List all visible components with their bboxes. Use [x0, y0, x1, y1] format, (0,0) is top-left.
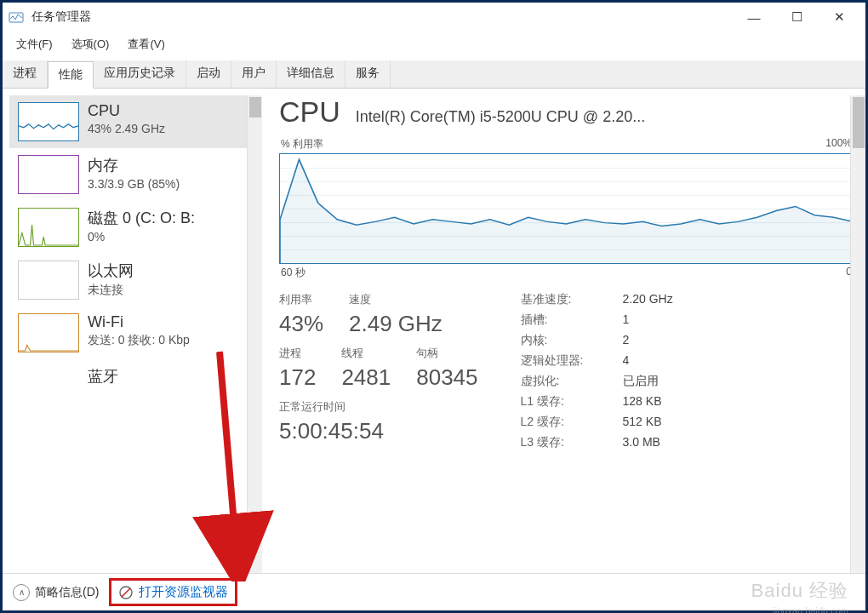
spec-l2-value: 512 KB — [623, 415, 673, 430]
sidebar-item-label: Wi-Fi — [88, 313, 190, 331]
detail-title: CPU — [279, 95, 340, 129]
sidebar-scrollbar[interactable] — [247, 95, 262, 573]
main-panel: CPU Intel(R) Core(TM) i5-5200U CPU @ 2.2… — [262, 95, 865, 573]
chevron-up-icon: ∧ — [13, 584, 30, 601]
spec-base-label: 基准速度: — [521, 292, 606, 307]
disk-thumb-chart — [18, 208, 79, 247]
menu-file[interactable]: 文件(F) — [13, 35, 56, 54]
sidebar-item-label: 以太网 — [88, 261, 134, 281]
sidebar-item-value: 未连接 — [88, 283, 134, 298]
sidebar-item-value: 0% — [88, 230, 195, 243]
stat-threads-label: 线程 — [341, 346, 391, 361]
chart-top-left-label: % 利用率 — [281, 137, 323, 152]
stats-area: 利用率 43% 速度 2.49 GHz 进程 172 — [279, 292, 854, 450]
sidebar-item-label: 磁盘 0 (C: O: B: — [88, 208, 195, 228]
cpu-thumb-chart — [18, 102, 79, 141]
sidebar-item-label: CPU — [88, 102, 165, 120]
spec-base-value: 2.20 GHz — [623, 292, 673, 307]
sidebar-item-value: 发送: 0 接收: 0 Kbp — [88, 333, 190, 348]
chart-bottom-left-label: 60 秒 — [281, 266, 306, 280]
minimize-button[interactable]: — — [733, 5, 775, 29]
stat-utilization-value: 43% — [279, 311, 323, 337]
spec-l1-value: 128 KB — [623, 394, 673, 410]
resource-monitor-icon — [118, 585, 134, 600]
task-manager-icon — [8, 9, 25, 26]
stat-threads-value: 2481 — [341, 364, 391, 391]
cpu-utilization-chart — [279, 153, 854, 264]
spec-logical-value: 4 — [623, 353, 673, 369]
sidebar-item-memory[interactable]: 内存 3.3/3.9 GB (85%) — [9, 148, 248, 201]
sidebar-item-ethernet[interactable]: 以太网 未连接 — [9, 254, 248, 306]
sidebar-item-bluetooth[interactable]: 蓝牙 — [9, 359, 248, 412]
window-title: 任务管理器 — [31, 9, 91, 25]
spec-core-label: 内核: — [521, 333, 606, 348]
sidebar-item-value: 3.3/3.9 GB (85%) — [88, 177, 180, 191]
stat-speed-value: 2.49 GHz — [349, 311, 443, 337]
main-scrollbar[interactable] — [850, 95, 865, 573]
tab-details[interactable]: 详细信息 — [277, 60, 345, 88]
spec-logical-label: 逻辑处理器: — [521, 353, 606, 369]
spec-virt-label: 虚拟化: — [521, 374, 606, 389]
sidebar-item-value: 43% 2.49 GHz — [88, 122, 165, 135]
stat-handles-label: 句柄 — [416, 346, 477, 361]
spec-core-value: 2 — [623, 333, 673, 348]
chart-top-right-label: 100% — [825, 137, 852, 152]
sidebar-item-cpu[interactable]: CPU 43% 2.49 GHz — [9, 95, 248, 148]
tab-users[interactable]: 用户 — [231, 60, 277, 88]
spec-socket-label: 插槽: — [521, 312, 606, 328]
sidebar-item-label: 蓝牙 — [88, 366, 118, 387]
window-controls: — ☐ ✕ — [733, 5, 860, 29]
spec-l1-label: L1 缓存: — [521, 394, 606, 410]
stat-handles-value: 80345 — [416, 364, 477, 391]
task-manager-window: 任务管理器 — ☐ ✕ 文件(F) 选项(O) 查看(V) 进程 性能 应用历史… — [0, 0, 868, 613]
close-button[interactable]: ✕ — [818, 5, 860, 29]
menubar: 文件(F) 选项(O) 查看(V) — [3, 32, 865, 60]
tabs: 进程 性能 应用历史记录 启动 用户 详细信息 服务 — [3, 60, 865, 89]
wifi-thumb-chart — [18, 313, 79, 352]
spec-l3-label: L3 缓存: — [521, 435, 606, 450]
watermark-sub: jingyan.baidu.com — [773, 605, 848, 613]
titlebar: 任务管理器 — ☐ ✕ — [3, 3, 865, 32]
tab-performance[interactable]: 性能 — [48, 61, 94, 89]
spec-socket-value: 1 — [623, 312, 673, 328]
tab-app-history[interactable]: 应用历史记录 — [94, 60, 186, 88]
spec-virt-value: 已启用 — [623, 374, 673, 389]
svg-line-2 — [122, 588, 130, 597]
ethernet-thumb-chart — [18, 261, 79, 300]
stat-processes-label: 进程 — [279, 346, 316, 361]
tab-startup[interactable]: 启动 — [186, 60, 231, 88]
sidebar-item-wifi[interactable]: Wi-Fi 发送: 0 接收: 0 Kbp — [9, 306, 248, 359]
tab-processes[interactable]: 进程 — [3, 60, 48, 88]
stat-uptime-label: 正常运行时间 — [279, 399, 478, 415]
sidebar-item-disk[interactable]: 磁盘 0 (C: O: B: 0% — [9, 201, 248, 254]
spec-l2-label: L2 缓存: — [521, 415, 606, 430]
stat-processes-value: 172 — [279, 364, 316, 391]
sidebar-item-label: 内存 — [88, 155, 180, 175]
menu-options[interactable]: 选项(O) — [68, 35, 113, 54]
spec-l3-value: 3.0 MB — [623, 435, 673, 450]
stat-uptime-value: 5:00:45:54 — [279, 418, 478, 444]
detail-subtitle: Intel(R) Core(TM) i5-5200U CPU @ 2.20... — [356, 108, 645, 126]
tab-services[interactable]: 服务 — [345, 60, 391, 88]
menu-view[interactable]: 查看(V) — [124, 35, 168, 54]
specs-grid: 基准速度: 2.20 GHz 插槽: 1 内核: 2 逻辑处理器: 4 虚拟化:… — [521, 292, 673, 450]
footer: ∧ 简略信息(D) 打开资源监视器 — [3, 573, 865, 610]
watermark: Baidu 经验 — [751, 578, 848, 604]
content-area: CPU 43% 2.49 GHz 内存 3.3/3.9 GB (85%) — [3, 89, 865, 573]
maximize-button[interactable]: ☐ — [775, 5, 818, 29]
sidebar: CPU 43% 2.49 GHz 内存 3.3/3.9 GB (85%) — [3, 95, 262, 573]
fewer-details-button[interactable]: ∧ 简略信息(D) — [13, 584, 99, 601]
open-resource-monitor-link[interactable]: 打开资源监视器 — [109, 578, 237, 606]
memory-thumb-chart — [18, 155, 79, 194]
stat-utilization-label: 利用率 — [279, 292, 323, 307]
stat-speed-label: 速度 — [349, 292, 443, 307]
